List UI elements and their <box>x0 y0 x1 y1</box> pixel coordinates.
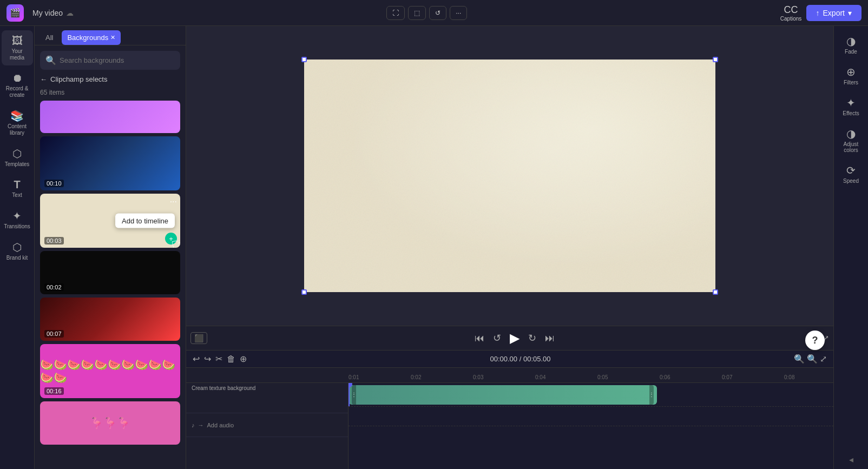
timeline-toolbar: ↩ ↪ ✂ 🗑 ⊕ 00:00.00 / 00:05.00 🔍 🔍 ⤢ <box>186 351 833 368</box>
fit-btn[interactable]: ⤢ <box>820 354 827 364</box>
ruler-mark: 0:02 <box>411 374 473 380</box>
playhead[interactable] <box>348 383 350 406</box>
handle-bottom-left[interactable] <box>301 289 307 295</box>
timeline: ↩ ↪ ✂ 🗑 ⊕ 00:00.00 / 00:05.00 🔍 🔍 ⤢ <box>186 350 833 469</box>
handle-top-right[interactable] <box>713 57 718 62</box>
skip-forward-btn[interactable]: ⏭ <box>545 333 555 344</box>
sidebar-item-transitions[interactable]: ✦ Transitions <box>2 205 33 234</box>
handle-bottom-right[interactable] <box>713 289 718 295</box>
topbar-center: ⛶ ⬚ ↺ ··· <box>78 6 776 20</box>
list-item[interactable]: ··· 00:03 + Add to timeline ☞ <box>40 194 180 248</box>
export-button[interactable]: ↑ Export ▾ <box>806 5 862 21</box>
clip-handle-left[interactable]: ⋮ <box>352 385 356 405</box>
main-container: 🖼 Your media ⏺ Record & create 📚 Content… <box>0 26 868 469</box>
sidebar-item-brand-kit[interactable]: ⬡ Brand kit <box>2 236 33 266</box>
sidebar-item-text[interactable]: T Text <box>2 174 33 203</box>
transitions-icon: ✦ <box>12 209 22 222</box>
effects-label: Effects <box>843 110 859 116</box>
ruler-mark: 0:04 <box>535 374 597 380</box>
transitions-label: Transitions <box>4 223 30 230</box>
list-item[interactable]: 00:10 <box>40 136 180 190</box>
zoom-in-btn[interactable]: 🔍 <box>807 354 818 364</box>
breadcrumb[interactable]: ← Clipchamp selects <box>35 75 186 87</box>
forward-btn[interactable]: ↻ <box>528 332 536 344</box>
duration-badge: 00:02 <box>44 283 64 291</box>
rp-adjust-colors[interactable]: ◑ Adjust colors <box>836 123 867 157</box>
left-sidebar: 🖼 Your media ⏺ Record & create 📚 Content… <box>0 26 35 469</box>
captions-label: Captions <box>780 16 802 22</box>
audio-track-label: ♪ → Add audio <box>186 413 348 437</box>
rp-effects[interactable]: ✦ Effects <box>836 92 867 121</box>
tab-backgrounds[interactable]: Backgrounds ✕ <box>62 30 121 45</box>
list-item[interactable]: 🦩🦩🦩 <box>40 401 180 445</box>
preview-area: ⬛ ⏮ ↺ ▶ ↻ ⏭ ⤢ <box>186 26 833 350</box>
brand-kit-icon: ⬡ <box>12 241 22 254</box>
save-btn[interactable]: ⊕ <box>240 354 247 364</box>
backgrounds-panel: All Backgrounds ✕ 🔍 ← Clipchamp selects … <box>35 26 186 469</box>
list-item[interactable]: 🍉🍉🍉🍉🍉🍉🍉🍉🍉🍉🍉🍉 00:16 <box>40 344 180 398</box>
skip-back-btn[interactable]: ⏮ <box>475 333 484 344</box>
export-chevron: ▾ <box>848 9 852 17</box>
list-item[interactable] <box>40 101 180 133</box>
collapse-panel-btn[interactable]: ◂ <box>849 454 853 465</box>
undo-btn[interactable]: ↩ <box>193 354 200 364</box>
sidebar-item-templates[interactable]: ⬡ Templates <box>2 143 33 172</box>
filters-icon: ⊕ <box>846 65 856 78</box>
search-area: 🔍 <box>35 45 186 75</box>
track-area: ⋮ ⋮ <box>348 383 833 469</box>
tab-all[interactable]: All <box>40 30 58 45</box>
center-area: ⬛ ⏮ ↺ ▶ ↻ ⏭ ⤢ ↩ ↪ ✂ 🗑 ⊕ 00:00.00 / <box>186 26 833 469</box>
delete-btn[interactable]: 🗑 <box>227 354 235 364</box>
topbar-right: CC Captions ↑ Export ▾ <box>780 4 862 22</box>
handle-top-left[interactable] <box>301 57 307 62</box>
sidebar-item-content-library[interactable]: 📚 Content library <box>2 105 33 141</box>
duration-badge: 00:16 <box>44 387 64 395</box>
cut-btn[interactable]: ✂ <box>215 354 222 364</box>
resize-tool-btn[interactable]: ⬚ <box>408 6 426 20</box>
rotate-tool-btn[interactable]: ↺ <box>429 6 446 20</box>
effects-icon: ✦ <box>846 96 856 109</box>
search-input[interactable] <box>60 56 175 64</box>
help-button[interactable]: ? <box>805 331 825 350</box>
clip-track-label: Cream texture background <box>186 383 348 413</box>
redo-btn[interactable]: ↪ <box>204 354 211 364</box>
more-options-btn[interactable]: ··· <box>170 197 177 207</box>
list-item[interactable]: 00:07 <box>40 298 180 341</box>
add-btn[interactable]: + <box>165 233 177 245</box>
play-btn[interactable]: ▶ <box>510 331 520 346</box>
list-item[interactable]: 00:02 <box>40 251 180 294</box>
duration-badge: 00:03 <box>44 237 64 245</box>
clip-handle-right[interactable]: ⋮ <box>649 385 654 405</box>
record-icon: ⏺ <box>12 72 23 84</box>
topbar: 🎬 My video ☁ ⛶ ⬚ ↺ ··· CC Captions ↑ Exp… <box>0 0 868 26</box>
rp-speed[interactable]: ⟳ Speed <box>836 160 867 188</box>
crop-tool-btn[interactable]: ⛶ <box>386 6 405 20</box>
rp-filters[interactable]: ⊕ Filters <box>836 61 867 90</box>
tab-close-btn[interactable]: ✕ <box>110 34 115 41</box>
ruler-mark: 0:08 <box>784 374 833 380</box>
text-icon: T <box>14 179 20 191</box>
clip-item[interactable]: ⋮ ⋮ <box>348 385 657 405</box>
preview-image <box>304 60 715 292</box>
sidebar-item-your-media[interactable]: 🖼 Your media <box>2 30 33 65</box>
arrow-icon: → <box>198 422 204 428</box>
duration-badge: 00:07 <box>44 330 64 338</box>
brand-kit-label: Brand kit <box>6 255 28 261</box>
more-tools-btn[interactable]: ··· <box>450 6 467 20</box>
captions-btn[interactable]: CC Captions <box>780 4 802 22</box>
export-label: Export <box>823 9 845 17</box>
rp-fade[interactable]: ◑ Fade <box>836 30 867 59</box>
preview-frame <box>304 60 715 292</box>
rewind-btn[interactable]: ↺ <box>493 332 501 344</box>
sidebar-item-record[interactable]: ⏺ Record & create <box>2 68 33 103</box>
zoom-out-btn[interactable]: 🔍 <box>794 354 805 364</box>
caption-toggle-btn[interactable]: ⬛ <box>190 332 207 344</box>
templates-icon: ⬡ <box>12 147 22 160</box>
backgrounds-tab-label: Backgrounds <box>67 34 108 42</box>
item-count: 65 items <box>35 87 186 101</box>
search-box[interactable]: 🔍 <box>40 51 180 70</box>
adjust-colors-label: Adjust colors <box>838 141 865 153</box>
your-media-icon: 🖼 <box>12 35 23 47</box>
ruler-mark: 0:07 <box>722 374 784 380</box>
track-labels: Cream texture background ♪ → Add audio <box>186 383 348 469</box>
